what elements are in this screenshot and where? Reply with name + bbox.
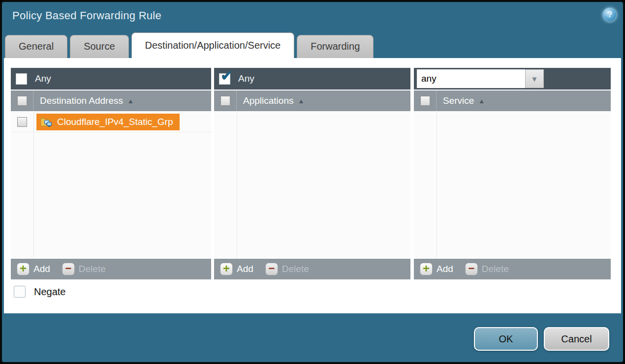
destination-item-selected[interactable]: Cloudflare_IPv4_Static_Grp [36,114,180,130]
help-icon[interactable]: ? [603,8,617,22]
service-column: any ▼ Service ▲ + Add − Delete [414,68,611,279]
negate-checkbox[interactable] [14,286,26,298]
destination-select-all-checkbox[interactable] [17,96,27,106]
add-icon: + [20,263,27,274]
destination-header-row: Destination Address ▲ [11,90,211,111]
applications-select-all-checkbox[interactable] [220,96,230,106]
service-add-button[interactable]: + Add [420,263,453,275]
negate-option: Negate [14,286,66,298]
destination-add-button[interactable]: + Add [17,263,50,275]
destination-list: Cloudflare_IPv4_Static_Grp [11,111,211,258]
delete-icon: − [65,263,71,274]
ok-button[interactable]: OK [474,327,538,351]
service-dropdown-value: any [417,69,525,88]
applications-delete-button[interactable]: − Delete [265,263,309,275]
tab-source[interactable]: Source [70,35,128,58]
sort-ascending-icon[interactable]: ▲ [478,97,485,105]
service-list [414,111,611,258]
applications-column: Any Applications ▲ + Add − Delete [214,68,410,279]
destination-footer-bar: + Add − Delete [11,258,211,279]
tab-bar: General Source Destination/Application/S… [5,32,374,58]
applications-any-label: Any [238,73,254,84]
cancel-button[interactable]: Cancel [544,327,609,351]
applications-any-checkbox[interactable] [219,73,230,85]
destination-delete-button[interactable]: − Delete [62,263,106,275]
destination-any-bar: Any [11,68,211,90]
add-icon: + [423,263,430,274]
destination-item-checkbox[interactable] [17,117,27,127]
address-group-icon [40,117,53,127]
applications-header-label[interactable]: Applications [243,95,293,106]
destination-item-label: Cloudflare_IPv4_Static_Grp [57,117,173,127]
service-any-bar: any ▼ [414,68,611,90]
sort-ascending-icon[interactable]: ▲ [298,97,304,105]
add-icon: + [223,263,230,274]
destination-any-checkbox[interactable] [16,73,27,85]
tab-general[interactable]: General [5,35,67,58]
service-header-row: Service ▲ [414,90,611,111]
destination-address-column: Any Destination Address ▲ [11,68,211,279]
applications-add-button[interactable]: + Add [220,263,253,275]
applications-footer-bar: + Add − Delete [214,258,410,279]
sort-ascending-icon[interactable]: ▲ [127,97,134,105]
destination-list-item-row: Cloudflare_IPv4_Static_Grp [11,112,211,132]
service-delete-button[interactable]: − Delete [465,263,509,275]
dialog-title: Policy Based Forwarding Rule [12,9,161,22]
tab-content-panel: Any Destination Address ▲ [4,58,621,313]
service-type-dropdown[interactable]: any ▼ [417,69,544,88]
policy-based-forwarding-rule-dialog: Policy Based Forwarding Rule ? General S… [0,0,625,364]
chevron-down-icon[interactable]: ▼ [525,69,544,88]
applications-any-bar: Any [214,68,410,90]
destination-header-label[interactable]: Destination Address [40,95,123,106]
tab-forwarding[interactable]: Forwarding [297,35,374,58]
negate-label: Negate [34,286,66,298]
service-select-all-checkbox[interactable] [420,96,430,106]
applications-list [214,111,410,258]
service-header-label[interactable]: Service [443,95,474,106]
delete-icon: − [468,263,474,274]
service-footer-bar: + Add − Delete [414,258,611,279]
destination-any-label: Any [35,73,51,84]
applications-header-row: Applications ▲ [214,90,410,111]
delete-icon: − [268,263,275,274]
tab-destination-application-service[interactable]: Destination/Application/Service [131,32,295,58]
